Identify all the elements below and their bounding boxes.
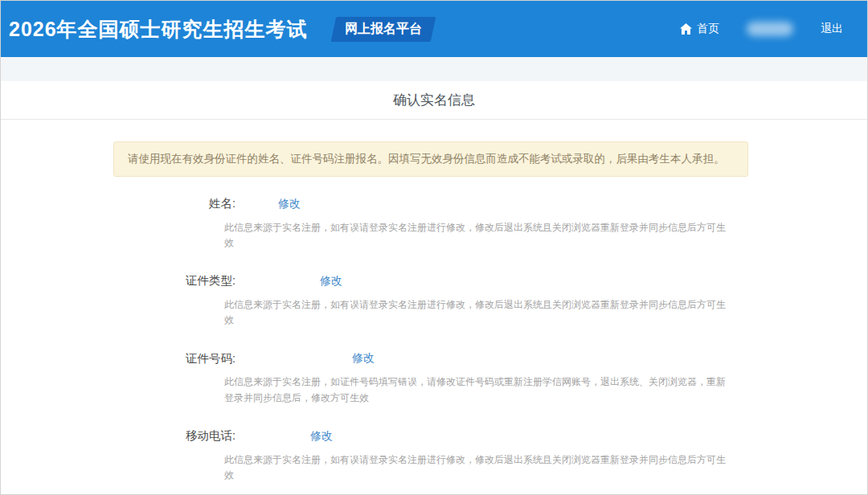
home-icon [680,23,692,35]
field-name-modify-link[interactable]: 修改 [278,197,301,211]
exam-title: 2026年全国硕士研究生招生考试 [9,16,308,43]
realname-form: 姓名: 修改 此信息来源于实名注册，如有误请登录实名注册进行修改，修改后退出系统… [1,196,867,484]
notice-box: 请使用现在有效身份证件的姓名、证件号码注册报名。因填写无效身份信息而造成不能考试… [113,141,748,177]
field-id-type-value-redacted [235,274,320,288]
field-id-type-modify-link[interactable]: 修改 [320,274,342,288]
nav-home-label: 首页 [697,22,719,36]
field-id-number-note: 此信息来源于实名注册，如证件号码填写错误，请修改证件号码或重新注册学信网账号，退… [224,374,732,405]
nav-username[interactable] [747,22,793,36]
nav-home[interactable]: 首页 [680,22,719,36]
field-id-type: 证件类型: 修改 此信息来源于实名注册，如有误请登录实名注册进行修改，修改后退出… [1,273,867,328]
page-title: 确认实名信息 [1,81,867,120]
platform-badge: 网上报名平台 [330,17,436,42]
field-id-number-modify-link[interactable]: 修改 [352,351,375,366]
nav-logout[interactable]: 退出 [821,22,843,36]
field-mobile-modify-link[interactable]: 修改 [310,429,333,444]
field-mobile-label: 移动电话: [1,428,235,444]
nav-logout-label: 退出 [821,22,843,36]
field-name: 姓名: 修改 此信息来源于实名注册，如有误请登录实名注册进行修改，修改后退出系统… [1,196,867,251]
field-name-value-redacted [235,197,278,211]
username-redacted [747,22,793,36]
page: 2026年全国硕士研究生招生考试 网上报名平台 首页 退出 确认实名信息 [0,0,868,495]
header: 2026年全国硕士研究生招生考试 网上报名平台 首页 退出 [1,1,867,57]
header-nav: 首页 退出 [680,22,843,36]
platform-badge-label: 网上报名平台 [345,21,422,38]
field-id-type-label: 证件类型: [1,273,235,288]
sub-header-strip [1,57,867,81]
field-id-number-label: 证件号码: [1,351,235,366]
field-id-type-note: 此信息来源于实名注册，如有误请登录实名注册进行修改，修改后退出系统且关闭浏览器重… [224,297,732,328]
field-name-label: 姓名: [1,196,235,211]
field-name-note: 此信息来源于实名注册，如有误请登录实名注册进行修改，修改后退出系统且关闭浏览器重… [224,220,732,251]
field-mobile: 移动电话: 修改 此信息来源于实名注册，如有误请登录实名注册进行修改，修改后退出… [1,428,867,483]
field-id-number: 证件号码: 修改 此信息来源于实名注册，如证件号码填写错误，请修改证件号码或重新… [1,350,867,405]
field-id-number-value-redacted [235,351,352,366]
field-mobile-value-redacted [235,429,310,444]
field-mobile-note: 此信息来源于实名注册，如有误请登录实名注册进行修改，修改后退出系统且关闭浏览器重… [224,452,732,483]
